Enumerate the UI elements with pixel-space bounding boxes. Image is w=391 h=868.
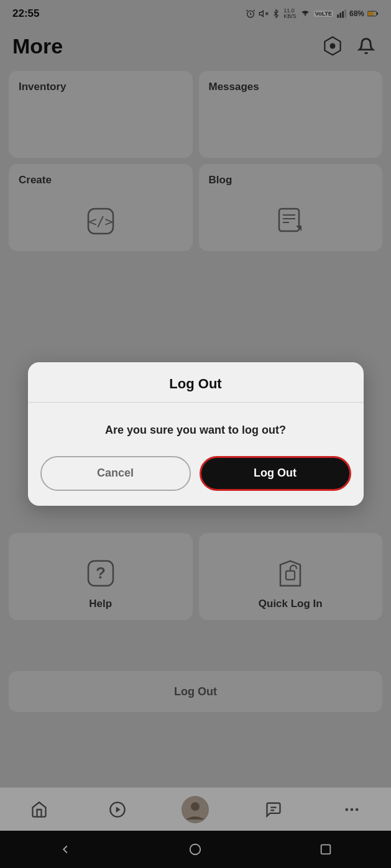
modal-title: Log Out [169,376,221,391]
logout-confirm-button[interactable]: Log Out [200,456,351,491]
cancel-button[interactable]: Cancel [40,456,191,491]
logout-modal: Log Out Are you sure you want to log out… [28,362,364,505]
modal-header: Log Out [28,362,364,403]
modal-overlay[interactable]: Log Out Are you sure you want to log out… [0,0,391,868]
modal-message: Are you sure you want to log out? [105,424,286,436]
modal-buttons: Cancel Log Out [28,456,364,506]
modal-body: Are you sure you want to log out? [28,403,364,455]
